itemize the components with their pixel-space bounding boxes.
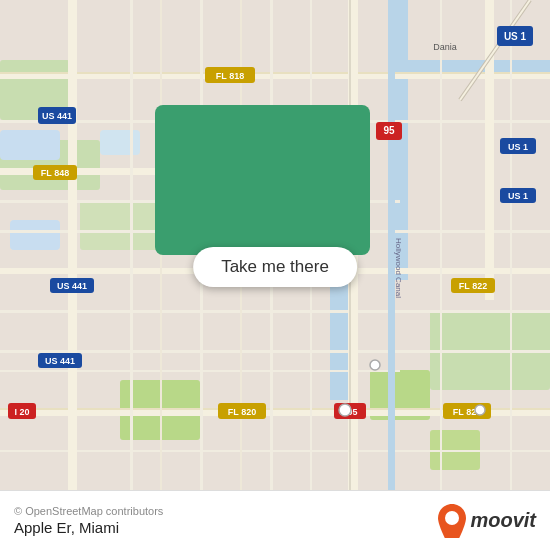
svg-rect-2 (390, 60, 550, 72)
moovit-brand-text: moovit (470, 509, 536, 532)
svg-rect-36 (440, 0, 442, 490)
take-me-there-button[interactable]: Take me there (193, 247, 357, 287)
svg-rect-27 (68, 0, 77, 490)
svg-text:FL 848: FL 848 (41, 168, 69, 178)
svg-point-72 (475, 405, 485, 415)
svg-rect-11 (0, 130, 60, 160)
svg-rect-15 (0, 72, 550, 74)
svg-rect-24 (0, 350, 550, 353)
svg-rect-37 (510, 0, 512, 490)
svg-rect-13 (100, 130, 140, 155)
svg-text:US 441: US 441 (57, 281, 87, 291)
svg-text:Dania: Dania (433, 42, 457, 52)
svg-rect-30 (485, 0, 494, 300)
svg-text:US 1: US 1 (504, 31, 527, 42)
bottom-bar: © OpenStreetMap contributors Apple Er, M… (0, 490, 550, 550)
svg-point-73 (370, 360, 380, 370)
svg-text:US 441: US 441 (45, 356, 75, 366)
svg-rect-12 (10, 220, 60, 250)
location-card (155, 105, 370, 255)
svg-text:FL 822: FL 822 (459, 281, 487, 291)
location-label: Apple Er, Miami (14, 519, 163, 536)
copyright-text: © OpenStreetMap contributors (14, 505, 163, 517)
svg-rect-32 (130, 0, 133, 490)
svg-point-75 (445, 511, 459, 525)
svg-rect-31 (388, 0, 395, 490)
bottom-left-info: © OpenStreetMap contributors Apple Er, M… (14, 505, 163, 536)
moovit-pin-icon (438, 504, 466, 538)
svg-text:US 1: US 1 (508, 191, 528, 201)
svg-text:US 1: US 1 (508, 142, 528, 152)
svg-point-71 (339, 404, 351, 416)
svg-rect-26 (0, 450, 550, 452)
svg-text:Hollywood Canal: Hollywood Canal (394, 238, 403, 298)
moovit-logo: moovit (438, 504, 536, 538)
svg-text:I 20: I 20 (14, 407, 29, 417)
svg-text:95: 95 (383, 125, 395, 136)
svg-text:US 441: US 441 (42, 111, 72, 121)
svg-rect-23 (0, 310, 550, 313)
map-container: US 1 FL 818 US 441 95 US 1 FL 848 US 1 H… (0, 0, 550, 490)
svg-text:FL 820: FL 820 (228, 407, 256, 417)
svg-text:FL 818: FL 818 (216, 71, 244, 81)
svg-rect-6 (80, 200, 160, 250)
